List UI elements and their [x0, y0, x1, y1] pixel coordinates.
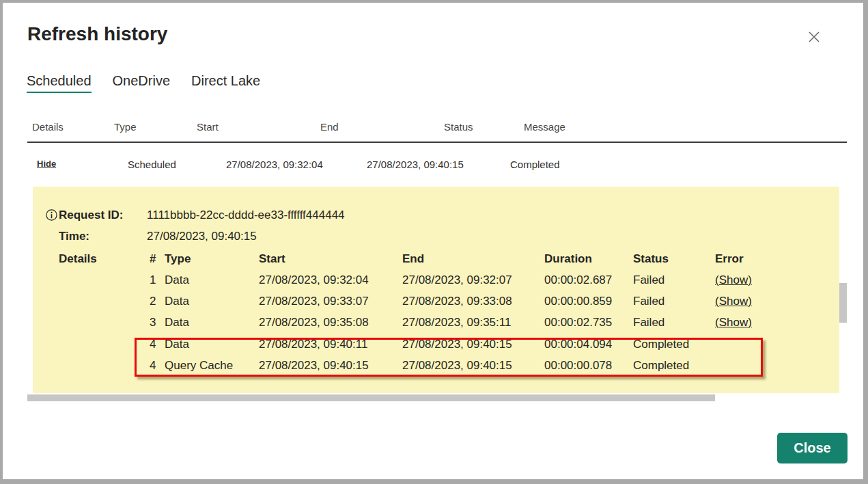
row-start: 27/08/2023, 09:32:04 — [226, 159, 323, 170]
cell-end: 27/08/2023, 09:40:15 — [402, 337, 512, 352]
cell-status: Failed — [633, 294, 664, 309]
column-header-message: Message — [524, 121, 565, 133]
request-id-value: 1111bbbb-22cc-dddd-ee33-ffffff444444 — [147, 208, 345, 223]
col-start: Start — [259, 252, 285, 267]
cell-type: Query Cache — [165, 358, 233, 373]
cell-start: 27/08/2023, 09:33:07 — [259, 294, 369, 309]
info-icon — [46, 209, 57, 221]
cell-duration: 00:00:02.735 — [544, 315, 612, 330]
time-value: 27/08/2023, 09:40:15 — [147, 229, 257, 244]
row-type: Scheduled — [128, 159, 176, 170]
close-icon[interactable] — [806, 29, 822, 45]
cell-type: Data — [165, 315, 189, 330]
cell-end: 27/08/2023, 09:40:15 — [402, 358, 512, 373]
details-row-4: 4 Data 27/08/2023, 09:40:11 27/08/2023, … — [33, 337, 839, 352]
cell-num: 3 — [150, 315, 156, 330]
show-error-link[interactable]: (Show) — [715, 315, 752, 330]
header-divider — [27, 142, 847, 143]
cell-start: 27/08/2023, 09:35:08 — [259, 315, 369, 330]
cell-num: 4 — [150, 358, 156, 373]
column-header-type: Type — [114, 121, 137, 133]
cell-status: Completed — [633, 337, 689, 352]
cell-duration: 00:00:00.859 — [544, 294, 612, 309]
col-type: Type — [165, 252, 191, 267]
request-id-label: Request ID: — [59, 208, 123, 223]
cell-end: 27/08/2023, 09:35:11 — [402, 315, 511, 330]
horizontal-scrollbar-thumb[interactable] — [27, 394, 715, 401]
tab-scheduled[interactable]: Scheduled — [27, 73, 92, 93]
refresh-details-panel: Request ID: 1111bbbb-22cc-dddd-ee33-ffff… — [33, 187, 839, 393]
cell-num: 1 — [150, 273, 156, 288]
cell-duration: 00:00:04.094 — [544, 337, 612, 352]
tab-direct-lake[interactable]: Direct Lake — [191, 73, 260, 93]
refresh-history-dialog: Refresh history Scheduled OneDrive Direc… — [0, 0, 868, 484]
details-row-1: 1 Data 27/08/2023, 09:32:04 27/08/2023, … — [33, 273, 839, 288]
cell-num: 2 — [150, 294, 156, 309]
close-button[interactable]: Close — [777, 433, 848, 463]
tab-bar: Scheduled OneDrive Direct Lake — [27, 73, 260, 93]
cell-start: 27/08/2023, 09:40:11 — [259, 337, 367, 352]
col-duration: Duration — [544, 252, 592, 267]
page-title: Refresh history — [27, 23, 167, 45]
row-status: Completed — [510, 159, 560, 170]
cell-status: Failed — [633, 315, 664, 330]
vertical-scrollbar-thumb[interactable] — [839, 283, 847, 323]
cell-type: Data — [165, 273, 189, 288]
cell-status: Failed — [633, 273, 664, 288]
tab-onedrive[interactable]: OneDrive — [113, 73, 170, 93]
cell-duration: 00:00:00.078 — [544, 358, 612, 373]
show-error-link[interactable]: (Show) — [715, 294, 752, 309]
cell-duration: 00:00:02.687 — [544, 273, 612, 288]
row-end: 27/08/2023, 09:40:15 — [367, 159, 464, 170]
col-status: Status — [633, 252, 669, 267]
cell-num: 4 — [150, 337, 156, 352]
cell-start: 27/08/2023, 09:40:15 — [259, 358, 369, 373]
cell-end: 27/08/2023, 09:32:07 — [402, 273, 512, 288]
col-num: # — [150, 252, 156, 267]
cell-status: Completed — [633, 358, 689, 373]
col-end: End — [402, 252, 424, 267]
column-header-start: Start — [197, 121, 219, 133]
column-header-status: Status — [444, 121, 473, 133]
details-row-2: 2 Data 27/08/2023, 09:33:07 27/08/2023, … — [33, 294, 839, 309]
cell-start: 27/08/2023, 09:32:04 — [259, 273, 369, 288]
show-error-link[interactable]: (Show) — [715, 273, 752, 288]
cell-type: Data — [165, 337, 189, 352]
time-label: Time: — [59, 229, 89, 244]
details-table-header: # Type Start End Duration Status Error — [33, 252, 839, 267]
details-row-5: 4 Query Cache 27/08/2023, 09:40:15 27/08… — [33, 358, 839, 373]
hide-details-link[interactable]: Hide — [37, 159, 56, 169]
column-header-details: Details — [32, 121, 64, 133]
cell-type: Data — [165, 294, 189, 309]
cell-end: 27/08/2023, 09:33:08 — [402, 294, 512, 309]
col-error: Error — [715, 252, 744, 267]
details-row-3: 3 Data 27/08/2023, 09:35:08 27/08/2023, … — [33, 315, 839, 330]
column-header-end: End — [320, 121, 339, 133]
